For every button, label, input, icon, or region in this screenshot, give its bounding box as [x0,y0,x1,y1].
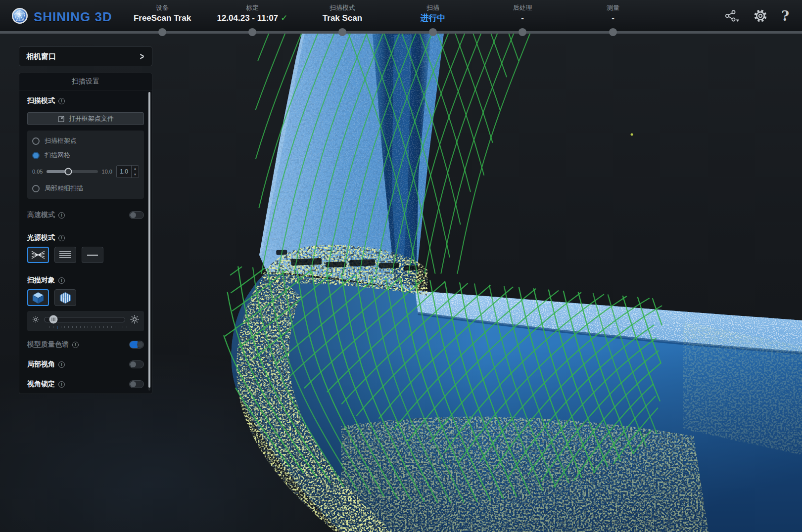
camera-window-title: 相机窗口 [26,52,56,61]
slider-min-label: 0.05 [32,169,43,175]
progress-node-postprocess [519,28,526,36]
brightness-low-icon [32,316,39,323]
brightness-knob[interactable] [49,315,57,324]
logo-text: SHINING 3D [34,9,112,25]
radio-scan-grid[interactable]: 扫描网格 [32,151,139,160]
progress-node-scan [429,28,437,36]
view-lock-toggle[interactable] [129,380,144,388]
radio-local-fine-scan[interactable]: 局部精细扫描 [32,184,139,193]
open-frame-points-file-button[interactable]: 打开框架点文件 [27,112,144,125]
light-mode-single-line-button[interactable] [82,247,103,263]
local-view-row: 局部视角 [27,359,144,370]
camera-window-header[interactable]: 相机窗口 > [19,46,152,66]
quality-colormap-row: 模型质量色谱 [27,339,144,350]
workflow-step-measure[interactable]: 测量 - [559,3,667,24]
high-speed-mode-row: 高速模式 [27,210,144,221]
local-view-toggle[interactable] [129,360,144,368]
light-source-mode-group [27,247,144,263]
info-icon [58,277,65,284]
progress-node-calibration [248,28,256,36]
settings-scrollbar[interactable] [148,92,150,391]
scan-mode-label: 扫描模式 [27,96,144,105]
scan-mode-options-group: 扫描框架点 扫描网格 0.05 10.0 1.0 ▲▼ 局部精细扫描 [27,131,144,199]
gear-icon[interactable] [753,8,768,23]
share-icon[interactable] [724,9,740,23]
logo-gem-icon [11,7,29,27]
view-lock-row: 视角锁定 [27,379,144,390]
single-line-icon [87,254,98,257]
calibration-check-icon: ✓ [281,13,287,23]
striped-cube-icon [59,291,72,305]
radio-circle-selected[interactable] [32,152,40,159]
brightness-ticks [49,326,127,330]
object-solid-cube-button[interactable] [27,289,49,306]
spin-down-icon: ▼ [132,172,139,177]
grid-resolution-input[interactable]: 1.0 ▲▼ [116,165,139,178]
parallel-lines-icon [59,251,72,259]
top-bar: SHINING 3D 设备 FreeScan Trak 标定 12.04.23 … [0,0,802,34]
light-source-mode-label: 光源模式 [27,233,144,242]
info-icon [58,235,65,241]
import-file-icon [57,115,65,123]
light-mode-crosshatch-button[interactable] [27,247,49,263]
brightness-slider[interactable] [44,317,125,322]
progress-node-scan-mode [338,28,346,36]
slider-knob[interactable] [64,168,72,176]
app-logo: SHINING 3D [11,7,112,27]
spin-up-icon: ▲ [132,166,139,172]
slider-max-label: 10.0 [102,169,112,175]
scan-settings-panel: 扫描设置 扫描模式 打开框架点文件 扫描框架点 扫描网格 0.05 10.0 1 [19,73,152,394]
radio-scan-frame-points[interactable]: 扫描框架点 [32,136,139,145]
info-icon [58,361,65,368]
solid-cube-icon [32,291,45,305]
spinner-arrows[interactable]: ▲▼ [131,166,139,177]
info-icon [58,381,65,388]
local-view-label: 局部视角 [27,360,65,369]
radio-circle[interactable] [32,137,40,145]
radio-circle[interactable] [32,185,40,192]
chevron-right-icon: > [140,51,144,61]
high-speed-toggle[interactable] [129,211,144,219]
progress-node-measure [609,28,617,36]
brightness-high-icon [130,315,139,324]
brightness-control [27,311,144,331]
scan-settings-title: 扫描设置 [19,73,152,90]
light-mode-parallel-button[interactable] [54,247,76,263]
crosshatch-lines-icon [31,250,46,260]
object-striped-cube-button[interactable] [54,289,76,306]
help-icon[interactable]: ? [781,9,789,23]
quality-colormap-label: 模型质量色谱 [27,340,79,349]
scan-object-label: 扫描对象 [27,276,144,285]
high-speed-mode-label: 高速模式 [27,211,65,220]
info-icon [58,212,65,219]
progress-node-device [158,28,166,36]
view-lock-label: 视角锁定 [27,380,65,389]
scrollbar-thumb[interactable] [148,92,150,388]
grid-resolution-slider-row: 0.05 10.0 1.0 ▲▼ [32,165,139,178]
quality-colormap-toggle[interactable] [129,341,144,349]
workflow-progress-line [0,31,802,34]
info-icon [58,98,65,104]
grid-resolution-slider[interactable] [47,170,97,173]
info-icon [72,342,79,348]
scan-object-group [27,289,144,306]
